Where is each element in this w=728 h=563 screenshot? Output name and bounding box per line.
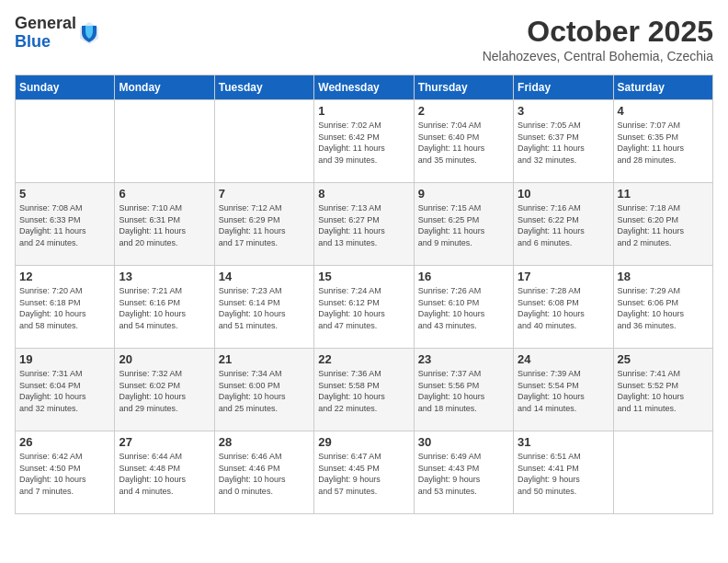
calendar-cell: 7Sunrise: 7:12 AM Sunset: 6:29 PM Daylig… (214, 183, 313, 266)
logo-blue: Blue (15, 33, 76, 52)
day-number: 10 (518, 187, 609, 201)
day-info: Sunrise: 7:24 AM Sunset: 6:12 PM Dayligh… (318, 285, 409, 331)
day-number: 4 (618, 104, 709, 118)
calendar-cell: 29Sunrise: 6:47 AM Sunset: 4:45 PM Dayli… (314, 431, 414, 514)
calendar-cell: 27Sunrise: 6:44 AM Sunset: 4:48 PM Dayli… (115, 431, 214, 514)
day-info: Sunrise: 7:36 AM Sunset: 5:58 PM Dayligh… (318, 368, 409, 414)
day-info: Sunrise: 7:12 AM Sunset: 6:29 PM Dayligh… (219, 202, 310, 248)
day-info: Sunrise: 7:04 AM Sunset: 6:40 PM Dayligh… (418, 120, 509, 166)
day-number: 17 (518, 270, 609, 283)
day-number: 26 (19, 435, 110, 449)
calendar-cell: 8Sunrise: 7:13 AM Sunset: 6:27 PM Daylig… (314, 183, 414, 266)
day-info: Sunrise: 7:08 AM Sunset: 6:33 PM Dayligh… (19, 202, 110, 248)
calendar-cell: 22Sunrise: 7:36 AM Sunset: 5:58 PM Dayli… (314, 349, 414, 431)
calendar-cell: 13Sunrise: 7:21 AM Sunset: 6:16 PM Dayli… (115, 266, 214, 349)
calendar-cell: 23Sunrise: 7:37 AM Sunset: 5:56 PM Dayli… (414, 349, 513, 431)
day-info: Sunrise: 7:21 AM Sunset: 6:16 PM Dayligh… (119, 285, 210, 331)
calendar-cell: 12Sunrise: 7:20 AM Sunset: 6:18 PM Dayli… (16, 266, 115, 349)
calendar-cell: 31Sunrise: 6:51 AM Sunset: 4:41 PM Dayli… (514, 431, 613, 514)
calendar-cell: 9Sunrise: 7:15 AM Sunset: 6:25 PM Daylig… (414, 183, 513, 266)
day-number: 12 (19, 270, 110, 283)
day-number: 16 (418, 270, 509, 283)
day-info: Sunrise: 6:44 AM Sunset: 4:48 PM Dayligh… (119, 451, 210, 497)
weekday-header-friday: Friday (514, 75, 613, 100)
day-number: 7 (219, 187, 310, 201)
calendar-week-5: 26Sunrise: 6:42 AM Sunset: 4:50 PM Dayli… (16, 431, 713, 514)
day-info: Sunrise: 7:39 AM Sunset: 5:54 PM Dayligh… (518, 368, 609, 414)
month-title: October 2025 (483, 15, 713, 49)
day-number: 31 (518, 435, 609, 449)
calendar: SundayMondayTuesdayWednesdayThursdayFrid… (15, 75, 713, 514)
title-area: October 2025 Nelahozeves, Central Bohemi… (483, 15, 713, 63)
calendar-cell: 24Sunrise: 7:39 AM Sunset: 5:54 PM Dayli… (514, 349, 613, 431)
calendar-cell: 2Sunrise: 7:04 AM Sunset: 6:40 PM Daylig… (414, 100, 513, 183)
day-info: Sunrise: 7:37 AM Sunset: 5:56 PM Dayligh… (418, 368, 509, 414)
day-number: 25 (618, 352, 709, 366)
day-number: 8 (318, 187, 409, 201)
weekday-header-sunday: Sunday (16, 75, 115, 100)
day-number: 14 (219, 270, 310, 283)
day-info: Sunrise: 7:28 AM Sunset: 6:08 PM Dayligh… (518, 285, 609, 331)
day-info: Sunrise: 6:42 AM Sunset: 4:50 PM Dayligh… (19, 451, 110, 497)
calendar-cell (115, 100, 214, 183)
calendar-cell: 16Sunrise: 7:26 AM Sunset: 6:10 PM Dayli… (414, 266, 513, 349)
day-number: 29 (318, 435, 409, 449)
day-info: Sunrise: 6:49 AM Sunset: 4:43 PM Dayligh… (418, 451, 509, 497)
day-number: 30 (418, 435, 509, 449)
weekday-header-tuesday: Tuesday (214, 75, 313, 100)
day-info: Sunrise: 6:46 AM Sunset: 4:46 PM Dayligh… (219, 451, 310, 497)
day-info: Sunrise: 7:10 AM Sunset: 6:31 PM Dayligh… (119, 202, 210, 248)
day-number: 2 (418, 104, 509, 118)
day-info: Sunrise: 7:31 AM Sunset: 6:04 PM Dayligh… (19, 368, 110, 414)
day-number: 19 (19, 352, 110, 366)
calendar-cell: 25Sunrise: 7:41 AM Sunset: 5:52 PM Dayli… (613, 349, 712, 431)
day-number: 9 (418, 187, 509, 201)
calendar-cell: 4Sunrise: 7:07 AM Sunset: 6:35 PM Daylig… (613, 100, 712, 183)
calendar-cell: 10Sunrise: 7:16 AM Sunset: 6:22 PM Dayli… (514, 183, 613, 266)
day-info: Sunrise: 7:02 AM Sunset: 6:42 PM Dayligh… (318, 120, 409, 166)
weekday-header-thursday: Thursday (414, 75, 513, 100)
calendar-cell (16, 100, 115, 183)
weekday-header-wednesday: Wednesday (314, 75, 414, 100)
day-number: 18 (618, 270, 709, 283)
calendar-cell: 26Sunrise: 6:42 AM Sunset: 4:50 PM Dayli… (16, 431, 115, 514)
calendar-cell: 11Sunrise: 7:18 AM Sunset: 6:20 PM Dayli… (613, 183, 712, 266)
calendar-week-1: 1Sunrise: 7:02 AM Sunset: 6:42 PM Daylig… (16, 100, 713, 183)
calendar-cell: 18Sunrise: 7:29 AM Sunset: 6:06 PM Dayli… (613, 266, 712, 349)
day-info: Sunrise: 7:26 AM Sunset: 6:10 PM Dayligh… (418, 285, 509, 331)
day-info: Sunrise: 7:18 AM Sunset: 6:20 PM Dayligh… (618, 202, 709, 248)
day-info: Sunrise: 6:47 AM Sunset: 4:45 PM Dayligh… (318, 451, 409, 497)
calendar-cell: 20Sunrise: 7:32 AM Sunset: 6:02 PM Dayli… (115, 349, 214, 431)
day-number: 13 (119, 270, 210, 283)
calendar-cell (214, 100, 313, 183)
day-info: Sunrise: 7:29 AM Sunset: 6:06 PM Dayligh… (618, 285, 709, 331)
day-info: Sunrise: 7:13 AM Sunset: 6:27 PM Dayligh… (318, 202, 409, 248)
day-number: 24 (518, 352, 609, 366)
day-info: Sunrise: 7:16 AM Sunset: 6:22 PM Dayligh… (518, 202, 609, 248)
day-number: 15 (318, 270, 409, 283)
calendar-week-4: 19Sunrise: 7:31 AM Sunset: 6:04 PM Dayli… (16, 349, 713, 431)
day-number: 1 (318, 104, 409, 118)
day-number: 6 (119, 187, 210, 201)
day-info: Sunrise: 7:23 AM Sunset: 6:14 PM Dayligh… (219, 285, 310, 331)
day-number: 22 (318, 352, 409, 366)
day-info: Sunrise: 7:15 AM Sunset: 6:25 PM Dayligh… (418, 202, 509, 248)
calendar-cell: 30Sunrise: 6:49 AM Sunset: 4:43 PM Dayli… (414, 431, 513, 514)
page-header: General Blue October 2025 Nelahozeves, C… (15, 15, 713, 63)
day-info: Sunrise: 7:07 AM Sunset: 6:35 PM Dayligh… (618, 120, 709, 166)
day-number: 28 (219, 435, 310, 449)
day-number: 27 (119, 435, 210, 449)
calendar-header-row: SundayMondayTuesdayWednesdayThursdayFrid… (16, 75, 713, 100)
calendar-cell (613, 431, 712, 514)
weekday-header-saturday: Saturday (613, 75, 712, 100)
day-info: Sunrise: 7:20 AM Sunset: 6:18 PM Dayligh… (19, 285, 110, 331)
day-info: Sunrise: 7:32 AM Sunset: 6:02 PM Dayligh… (119, 368, 210, 414)
calendar-week-2: 5Sunrise: 7:08 AM Sunset: 6:33 PM Daylig… (16, 183, 713, 266)
day-number: 5 (19, 187, 110, 201)
calendar-cell: 5Sunrise: 7:08 AM Sunset: 6:33 PM Daylig… (16, 183, 115, 266)
calendar-cell: 14Sunrise: 7:23 AM Sunset: 6:14 PM Dayli… (214, 266, 313, 349)
calendar-week-3: 12Sunrise: 7:20 AM Sunset: 6:18 PM Dayli… (16, 266, 713, 349)
day-number: 3 (518, 104, 609, 118)
calendar-cell: 28Sunrise: 6:46 AM Sunset: 4:46 PM Dayli… (214, 431, 313, 514)
day-number: 21 (219, 352, 310, 366)
